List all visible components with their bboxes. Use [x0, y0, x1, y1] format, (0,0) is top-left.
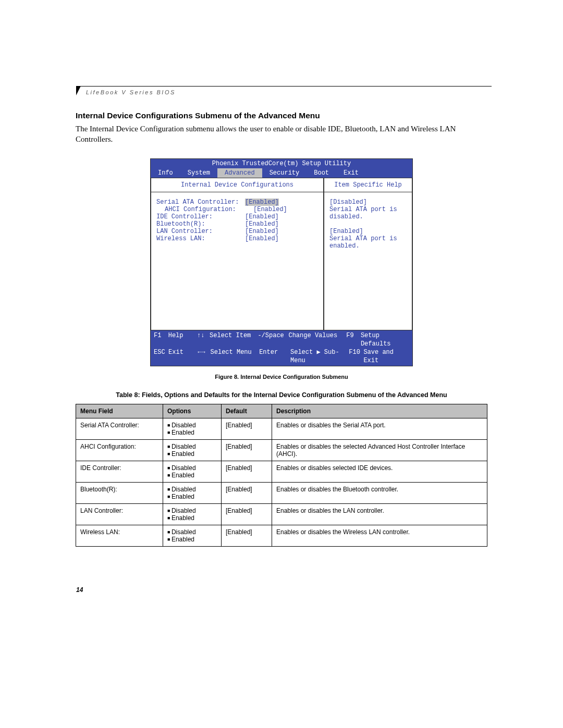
key-f10-label: Save and Exit	[363, 348, 409, 365]
fields-table: Menu Field Options Default Description S…	[76, 404, 487, 547]
cell-description: Enables or disables the Serial ATA port.	[272, 418, 487, 440]
cell-description: Enables or disables selected IDE devices…	[272, 461, 487, 483]
option-item: Disabled	[167, 422, 217, 429]
cell-description: Enables or disables the Bluetooth contro…	[272, 483, 487, 504]
table-caption: Table 8: Fields, Options and Defaults fo…	[76, 391, 487, 399]
running-head: LifeBook V Series BIOS	[86, 89, 487, 95]
cell-menu-field: AHCI Configuration:	[76, 440, 163, 461]
bios-help-title: Item Specific Help	[324, 178, 412, 192]
cell-default: [Enabled]	[222, 418, 272, 440]
bios-tab-exit[interactable]: Exit	[336, 168, 366, 178]
bios-setting-label: IDE Controller:	[156, 213, 245, 220]
table-row: Wireless LAN:DisabledEnabled[Enabled]Ena…	[76, 525, 487, 547]
bios-tab-advanced[interactable]: Advanced	[217, 168, 262, 178]
bios-setting-label: Serial ATA Controller:	[156, 199, 245, 206]
bios-footer: F1 Help ↑↓ Select Item -/Space Change Va…	[151, 330, 412, 366]
bios-setting-label: AHCI Configuration:	[156, 206, 253, 213]
option-item: Disabled	[167, 443, 217, 450]
option-item: Enabled	[167, 450, 217, 458]
table-row: Serial ATA Controller:DisabledEnabled[En…	[76, 418, 487, 440]
key-updown-label: Select Item	[210, 331, 258, 348]
cell-menu-field: Serial ATA Controller:	[76, 418, 163, 440]
cell-options: DisabledEnabled	[163, 461, 222, 483]
bios-setting-value[interactable]: [Enabled]	[245, 220, 279, 228]
option-item: Enabled	[167, 472, 217, 479]
key-f9-label: Setup Defaults	[361, 331, 409, 348]
section-title: Internal Device Configurations Submenu o…	[76, 111, 487, 120]
bios-setting-row[interactable]: Wireless LAN:[Enabled]	[156, 235, 318, 242]
table-row: LAN Controller:DisabledEnabled[Enabled]E…	[76, 504, 487, 525]
cell-menu-field: LAN Controller:	[76, 504, 163, 525]
th-menu-field: Menu Field	[76, 404, 163, 418]
bios-setting-label: Wireless LAN:	[156, 235, 245, 242]
option-item: Disabled	[167, 464, 217, 472]
bios-setting-value[interactable]: [Enabled]	[245, 199, 279, 206]
bios-setting-value[interactable]: [Enabled]	[245, 228, 279, 235]
bios-setting-label: LAN Controller:	[156, 228, 245, 235]
bios-help-line: Serial ATA port is	[329, 206, 407, 213]
key-pm: -/Space	[258, 331, 288, 348]
bios-help-line: Serial ATA port is	[329, 235, 407, 242]
bios-help-line: disabled.	[329, 213, 407, 220]
option-item: Enabled	[167, 493, 217, 500]
bios-window: Phoenix TrustedCore(tm) Setup Utility In…	[150, 158, 413, 367]
bios-setting-row[interactable]: Bluetooth(R):[Enabled]	[156, 220, 318, 228]
key-f10: F10	[349, 348, 363, 365]
cell-options: DisabledEnabled	[163, 440, 222, 461]
bios-tab-boot[interactable]: Boot	[307, 168, 336, 178]
cell-default: [Enabled]	[222, 525, 272, 547]
cell-description: Enables or disables the selected Advance…	[272, 440, 487, 461]
bios-setting-value[interactable]: [Enabled]	[245, 235, 279, 242]
cell-options: DisabledEnabled	[163, 483, 222, 504]
intro-paragraph: The Internal Device Configuration submen…	[76, 124, 487, 145]
bios-help-line: [Disabled]	[329, 199, 407, 206]
bios-setting-row[interactable]: LAN Controller:[Enabled]	[156, 228, 318, 235]
page-header-rule	[76, 86, 492, 87]
key-leftright-label: Select Menu	[211, 348, 260, 365]
option-item: Disabled	[167, 486, 217, 493]
option-item: Enabled	[167, 536, 217, 543]
option-item: Enabled	[167, 429, 217, 436]
key-leftright: ←→	[198, 348, 210, 365]
key-enter: Enter	[259, 348, 290, 365]
bios-setting-row[interactable]: Serial ATA Controller:[Enabled]	[156, 199, 318, 206]
key-esc-label: Exit	[168, 348, 198, 365]
bios-help-pane: [Disabled]Serial ATA port isdisabled. [E…	[324, 192, 412, 330]
bios-tab-security[interactable]: Security	[262, 168, 307, 178]
cell-description: Enables or disables the LAN controller.	[272, 504, 487, 525]
cell-options: DisabledEnabled	[163, 418, 222, 440]
bios-setting-row[interactable]: IDE Controller:[Enabled]	[156, 213, 318, 220]
bios-setting-value[interactable]: [Enabled]	[253, 206, 287, 213]
option-item: Enabled	[167, 514, 217, 522]
key-f9: F9	[346, 331, 361, 348]
bios-setting-row[interactable]: AHCI Configuration:[Enabled]	[156, 206, 318, 213]
bios-left-title: Internal Device Configurations	[151, 178, 323, 192]
key-f1: F1	[154, 331, 168, 348]
table-row: Bluetooth(R):DisabledEnabled[Enabled]Ena…	[76, 483, 487, 504]
bios-settings-pane: Serial ATA Controller:[Enabled]AHCI Conf…	[151, 192, 323, 330]
bios-help-line	[329, 220, 407, 228]
bios-setting-value[interactable]: [Enabled]	[245, 213, 279, 220]
key-pm-label: Change Values	[288, 331, 346, 348]
cell-options: DisabledEnabled	[163, 504, 222, 525]
cell-default: [Enabled]	[222, 461, 272, 483]
cell-default: [Enabled]	[222, 440, 272, 461]
key-updown: ↑↓	[197, 331, 210, 348]
bios-tab-info[interactable]: Info	[151, 168, 180, 178]
bios-help-line: enabled.	[329, 242, 407, 250]
th-description: Description	[272, 404, 487, 418]
cell-menu-field: Wireless LAN:	[76, 525, 163, 547]
cell-menu-field: Bluetooth(R):	[76, 483, 163, 504]
corner-mark-icon	[76, 86, 81, 95]
figure-caption: Figure 8. Internal Device Configuration …	[76, 374, 487, 380]
bios-tab-system[interactable]: System	[180, 168, 217, 178]
bios-help-line: [Enabled]	[329, 228, 407, 235]
option-item: Disabled	[167, 507, 217, 514]
cell-options: DisabledEnabled	[163, 525, 222, 547]
table-header-row: Menu Field Options Default Description	[76, 404, 487, 418]
cell-menu-field: IDE Controller:	[76, 461, 163, 483]
page-number: 14	[76, 586, 83, 594]
bios-tab-bar: InfoSystemAdvancedSecurityBootExit	[151, 168, 412, 178]
key-enter-label: Select ▶ Sub-Menu	[290, 348, 349, 365]
cell-description: Enables or disables the Wireless LAN con…	[272, 525, 487, 547]
